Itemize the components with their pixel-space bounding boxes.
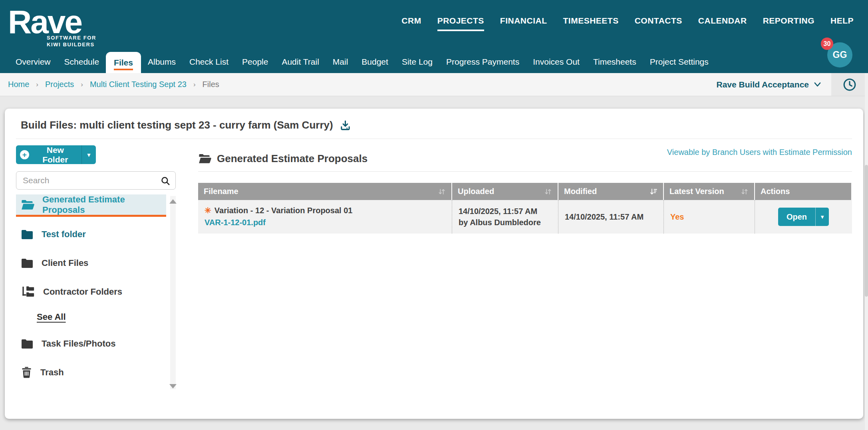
rave-logo[interactable]: Rave SOFTWARE FOR KIWI BUILDERS [8,4,96,48]
folder-item-label: Trash [40,367,64,378]
folder-item-label: Client Files [42,258,88,268]
folder-item-client-files[interactable]: Client Files [16,252,166,274]
file-title: Variation - 12 - Variation Proposal 01 [215,206,353,215]
latest-version-value: Yes [670,212,684,222]
tab-audit-trail[interactable]: Audit Trail [275,52,326,73]
heading-divider [198,171,852,172]
breadcrumb-separator: › [193,81,196,89]
files-card: Build Files: multi client testing sept 2… [5,109,863,419]
files-panel: Generated Estimate Proposals Viewable by… [198,145,852,391]
tab-albums[interactable]: Albums [141,52,183,73]
folder-icon [21,229,34,240]
search-input[interactable] [16,171,176,190]
file-pdf-link[interactable]: VAR-1-12-01.pdf [205,218,266,227]
history-button[interactable] [831,73,868,96]
nav-crm[interactable]: CRM [401,16,421,31]
trash-icon [21,367,32,378]
sort-icon [438,188,446,196]
cell-actions: Open ▼ [755,200,852,234]
nav-reporting[interactable]: REPORTING [763,16,814,31]
tab-schedule[interactable]: Schedule [58,52,106,73]
cell-uploaded: 14/10/2025, 11:57 AM by Albus Dumbledore [452,200,558,234]
new-file-star-icon: ✳ [205,206,211,215]
folder-list-scrollbar[interactable] [170,196,176,389]
folder-item-contractor-folders[interactable]: Contractor Folders [16,281,166,303]
breadcrumb-separator: › [81,81,83,89]
folder-item-generated-estimate-proposals[interactable]: Generated Estimate Proposals [16,194,166,217]
page-scrollbar[interactable] [865,73,868,430]
see-all-link[interactable]: See All [37,312,66,322]
scroll-down-arrow-icon[interactable] [169,384,177,388]
folder-item-task-files-photos[interactable]: Task Files/Photos [16,333,166,355]
open-button[interactable]: Open [778,208,815,226]
folder-item-label: Test folder [42,229,86,240]
new-folder-menu-button[interactable]: ▼ [81,145,96,164]
column-header-actions: Actions [755,183,852,200]
nav-help[interactable]: HELP [830,16,854,31]
scroll-up-arrow-icon[interactable] [169,199,177,204]
column-header-uploaded[interactable]: Uploaded [452,183,558,200]
notification-badge: 30 [821,38,833,50]
folder-icon [21,258,34,269]
project-tab-bar: Overview Schedule Files Albums Check Lis… [9,52,715,73]
see-all-row: See All [37,309,166,325]
nav-contacts[interactable]: CONTACTS [635,16,682,31]
nav-financial[interactable]: FINANCIAL [500,16,547,31]
nav-timesheets[interactable]: TIMESHEETS [563,16,619,31]
folder-search [16,171,176,190]
tab-invoices-out[interactable]: Invoices Out [526,52,586,73]
tab-people[interactable]: People [235,52,275,73]
breadcrumb-home[interactable]: Home [8,80,29,89]
modified-date: 14/10/2025, 11:57 AM [565,212,644,222]
tab-project-settings[interactable]: Project Settings [643,52,715,73]
open-menu-button[interactable]: ▼ [815,208,829,226]
tab-budget[interactable]: Budget [355,52,395,73]
nav-calendar[interactable]: CALENDAR [698,16,747,31]
folder-sidebar: + New Folder ▼ [16,145,176,391]
new-folder-button[interactable]: + New Folder [16,145,81,164]
tab-files[interactable]: Files [106,52,141,73]
open-split-button: Open ▼ [778,208,829,226]
download-all-button[interactable] [340,119,351,131]
workflow-selector[interactable]: Rave Build Acceptance [717,80,822,89]
breadcrumb-separator: › [36,81,38,89]
tab-site-log[interactable]: Site Log [395,52,439,73]
breadcrumb-current: Files [203,80,219,89]
sort-desc-icon [650,188,657,196]
breadcrumb-project-name[interactable]: Multi Client Testing Sept 23 [90,80,187,89]
page-scrollbar-thumb[interactable] [865,165,868,297]
caret-down-icon: ▼ [86,152,92,158]
nav-projects[interactable]: PROJECTS [437,16,484,31]
files-table: Filename Uploaded Modified [198,183,852,234]
new-folder-split-button: + New Folder ▼ [16,145,96,164]
sort-icon [544,188,552,196]
permission-note-link[interactable]: Viewable by Branch Users with Estimate P… [667,148,852,157]
chevron-down-icon [813,80,822,89]
files-panel-header: Generated Estimate Proposals Viewable by… [198,145,852,165]
tab-progress-payments[interactable]: Progress Payments [439,52,526,73]
folder-item-label: Generated Estimate Proposals [42,194,161,215]
tab-overview[interactable]: Overview [9,52,58,73]
folder-item-test-folder[interactable]: Test folder [16,223,166,246]
folder-item-label: Contractor Folders [43,287,122,297]
tab-timesheets[interactable]: Timesheets [586,52,643,73]
tab-check-list[interactable]: Check List [183,52,235,73]
tab-mail[interactable]: Mail [326,52,355,73]
uploaded-by: by Albus Dumbledore [459,217,552,228]
folder-item-label: Task Files/Photos [42,339,115,349]
breadcrumb-right: Rave Build Acceptance [717,73,868,96]
column-header-modified[interactable]: Modified [558,183,664,200]
breadcrumb-projects[interactable]: Projects [45,80,74,89]
workflow-selector-label: Rave Build Acceptance [717,80,809,89]
folder-open-icon [21,199,34,210]
user-avatar[interactable]: GG 30 [827,42,852,67]
cell-filename: ✳ Variation - 12 - Variation Proposal 01… [198,200,452,234]
column-header-filename[interactable]: Filename [198,183,452,200]
card-title-row: Build Files: multi client testing sept 2… [16,109,852,139]
column-header-latest-version[interactable]: Latest Version [664,183,755,200]
current-folder-heading: Generated Estimate Proposals [198,153,367,165]
folder-list: Generated Estimate Proposals Test folder… [16,194,176,391]
folder-item-trash[interactable]: Trash [16,361,166,384]
folder-heading-text: Generated Estimate Proposals [217,153,367,165]
folder-tree-icon [21,286,35,298]
